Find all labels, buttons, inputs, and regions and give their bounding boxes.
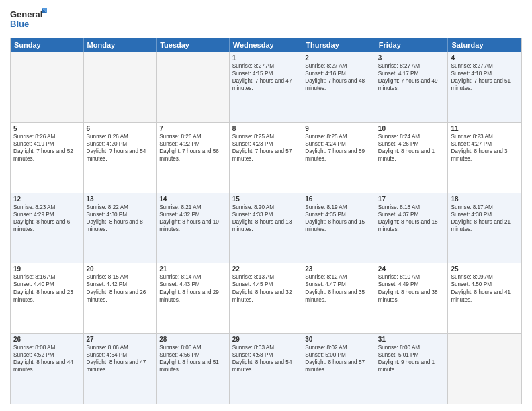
day-number: 18 <box>451 195 519 203</box>
cell-content: Sunrise: 8:27 AMSunset: 4:15 PMDaylight:… <box>232 62 300 92</box>
cell-content: Sunrise: 8:03 AMSunset: 4:58 PMDaylight:… <box>232 344 300 373</box>
cell-content: Sunrise: 8:27 AMSunset: 4:18 PMDaylight:… <box>451 62 519 92</box>
cell-content: Sunrise: 8:15 AMSunset: 4:42 PMDaylight:… <box>87 273 154 303</box>
day-number: 31 <box>378 336 445 343</box>
day-number: 20 <box>87 265 154 273</box>
calendar-cell-empty <box>448 334 521 404</box>
calendar-cell-13: 13Sunrise: 8:22 AMSunset: 4:30 PMDayligh… <box>84 193 157 263</box>
header: General Blue <box>10 7 522 32</box>
day-number: 8 <box>232 125 300 132</box>
cell-content: Sunrise: 8:06 AMSunset: 4:54 PMDaylight:… <box>87 344 154 373</box>
cell-content: Sunrise: 8:17 AMSunset: 4:38 PMDaylight:… <box>451 203 519 233</box>
cell-content: Sunrise: 8:25 AMSunset: 4:24 PMDaylight:… <box>305 133 372 163</box>
day-number: 3 <box>378 54 445 62</box>
day-number: 2 <box>305 54 372 62</box>
day-number: 6 <box>87 125 154 132</box>
header-day-tuesday: Tuesday <box>157 38 230 52</box>
cell-content: Sunrise: 8:27 AMSunset: 4:16 PMDaylight:… <box>305 62 372 92</box>
calendar-cell-1: 1Sunrise: 8:27 AMSunset: 4:15 PMDaylight… <box>230 52 303 122</box>
day-number: 28 <box>159 336 226 343</box>
day-number: 15 <box>232 195 300 203</box>
header-day-friday: Friday <box>375 38 449 52</box>
header-day-thursday: Thursday <box>302 38 375 52</box>
cell-content: Sunrise: 8:23 AMSunset: 4:27 PMDaylight:… <box>451 133 519 163</box>
day-number: 22 <box>232 265 300 273</box>
calendar-cell-2: 2Sunrise: 8:27 AMSunset: 4:16 PMDaylight… <box>302 52 375 122</box>
header-day-sunday: Sunday <box>11 38 84 52</box>
cell-content: Sunrise: 8:22 AMSunset: 4:30 PMDaylight:… <box>87 203 154 233</box>
cell-content: Sunrise: 8:16 AMSunset: 4:40 PMDaylight:… <box>13 273 81 303</box>
cell-content: Sunrise: 8:00 AMSunset: 5:01 PMDaylight:… <box>378 344 445 373</box>
cell-content: Sunrise: 8:26 AMSunset: 4:20 PMDaylight:… <box>87 133 154 163</box>
cell-content: Sunrise: 8:10 AMSunset: 4:49 PMDaylight:… <box>378 273 445 303</box>
day-number: 14 <box>159 195 226 203</box>
calendar-row-4: 26Sunrise: 8:08 AMSunset: 4:52 PMDayligh… <box>11 333 521 404</box>
calendar-cell-10: 10Sunrise: 8:24 AMSunset: 4:26 PMDayligh… <box>375 123 449 193</box>
cell-content: Sunrise: 8:18 AMSunset: 4:37 PMDaylight:… <box>378 203 445 233</box>
calendar-cell-31: 31Sunrise: 8:00 AMSunset: 5:01 PMDayligh… <box>375 334 449 404</box>
day-number: 12 <box>13 195 81 203</box>
svg-text:Blue: Blue <box>10 19 29 29</box>
cell-content: Sunrise: 8:02 AMSunset: 5:00 PMDaylight:… <box>305 344 372 373</box>
logo-svg: General Blue <box>10 7 47 32</box>
day-number: 23 <box>305 265 372 273</box>
cell-content: Sunrise: 8:08 AMSunset: 4:52 PMDaylight:… <box>13 344 81 373</box>
calendar-body: 1Sunrise: 8:27 AMSunset: 4:15 PMDaylight… <box>11 52 521 404</box>
calendar-cell-empty <box>11 52 84 122</box>
day-number: 30 <box>305 336 372 343</box>
calendar-cell-25: 25Sunrise: 8:09 AMSunset: 4:50 PMDayligh… <box>448 263 521 333</box>
calendar-cell-empty <box>84 52 157 122</box>
day-number: 26 <box>13 336 81 343</box>
page: General Blue SundayMondayTuesdayWednesda… <box>0 0 532 411</box>
cell-content: Sunrise: 8:26 AMSunset: 4:22 PMDaylight:… <box>159 133 226 163</box>
cell-content: Sunrise: 8:13 AMSunset: 4:45 PMDaylight:… <box>232 273 300 303</box>
day-number: 7 <box>159 125 226 132</box>
cell-content: Sunrise: 8:20 AMSunset: 4:33 PMDaylight:… <box>232 203 300 233</box>
day-number: 9 <box>305 125 372 132</box>
calendar-cell-18: 18Sunrise: 8:17 AMSunset: 4:38 PMDayligh… <box>448 193 521 263</box>
calendar-cell-26: 26Sunrise: 8:08 AMSunset: 4:52 PMDayligh… <box>11 334 84 404</box>
day-number: 10 <box>378 125 445 132</box>
calendar-cell-20: 20Sunrise: 8:15 AMSunset: 4:42 PMDayligh… <box>84 263 157 333</box>
calendar-cell-9: 9Sunrise: 8:25 AMSunset: 4:24 PMDaylight… <box>302 123 375 193</box>
day-number: 13 <box>87 195 154 203</box>
cell-content: Sunrise: 8:27 AMSunset: 4:17 PMDaylight:… <box>378 62 445 92</box>
calendar-cell-29: 29Sunrise: 8:03 AMSunset: 4:58 PMDayligh… <box>230 334 303 404</box>
calendar-cell-28: 28Sunrise: 8:05 AMSunset: 4:56 PMDayligh… <box>157 334 230 404</box>
calendar-row-0: 1Sunrise: 8:27 AMSunset: 4:15 PMDaylight… <box>11 52 521 122</box>
cell-content: Sunrise: 8:14 AMSunset: 4:43 PMDaylight:… <box>159 273 226 303</box>
day-number: 16 <box>305 195 372 203</box>
calendar-cell-21: 21Sunrise: 8:14 AMSunset: 4:43 PMDayligh… <box>157 263 230 333</box>
day-number: 29 <box>232 336 300 343</box>
day-number: 24 <box>378 265 445 273</box>
logo: General Blue <box>10 7 47 32</box>
day-number: 19 <box>13 265 81 273</box>
calendar-cell-4: 4Sunrise: 8:27 AMSunset: 4:18 PMDaylight… <box>448 52 521 122</box>
day-number: 17 <box>378 195 445 203</box>
calendar-row-1: 5Sunrise: 8:26 AMSunset: 4:19 PMDaylight… <box>11 122 521 193</box>
calendar-cell-27: 27Sunrise: 8:06 AMSunset: 4:54 PMDayligh… <box>84 334 157 404</box>
cell-content: Sunrise: 8:12 AMSunset: 4:47 PMDaylight:… <box>305 273 372 303</box>
day-number: 21 <box>159 265 226 273</box>
calendar-cell-23: 23Sunrise: 8:12 AMSunset: 4:47 PMDayligh… <box>302 263 375 333</box>
day-number: 27 <box>87 336 154 343</box>
cell-content: Sunrise: 8:25 AMSunset: 4:23 PMDaylight:… <box>232 133 300 163</box>
calendar-cell-6: 6Sunrise: 8:26 AMSunset: 4:20 PMDaylight… <box>84 123 157 193</box>
calendar-cell-14: 14Sunrise: 8:21 AMSunset: 4:32 PMDayligh… <box>157 193 230 263</box>
header-day-monday: Monday <box>84 38 157 52</box>
day-number: 5 <box>13 125 81 132</box>
calendar-cell-17: 17Sunrise: 8:18 AMSunset: 4:37 PMDayligh… <box>375 193 449 263</box>
calendar-cell-12: 12Sunrise: 8:23 AMSunset: 4:29 PMDayligh… <box>11 193 84 263</box>
calendar-cell-11: 11Sunrise: 8:23 AMSunset: 4:27 PMDayligh… <box>448 123 521 193</box>
header-day-saturday: Saturday <box>448 38 521 52</box>
day-number: 25 <box>451 265 519 273</box>
calendar-cell-7: 7Sunrise: 8:26 AMSunset: 4:22 PMDaylight… <box>157 123 230 193</box>
calendar-cell-8: 8Sunrise: 8:25 AMSunset: 4:23 PMDaylight… <box>230 123 303 193</box>
svg-text:General: General <box>10 9 42 19</box>
cell-content: Sunrise: 8:26 AMSunset: 4:19 PMDaylight:… <box>13 133 81 163</box>
calendar-cell-30: 30Sunrise: 8:02 AMSunset: 5:00 PMDayligh… <box>302 334 375 404</box>
header-day-wednesday: Wednesday <box>230 38 303 52</box>
calendar: SundayMondayTuesdayWednesdayThursdayFrid… <box>10 38 522 404</box>
day-number: 1 <box>232 54 300 62</box>
calendar-cell-empty <box>157 52 230 122</box>
